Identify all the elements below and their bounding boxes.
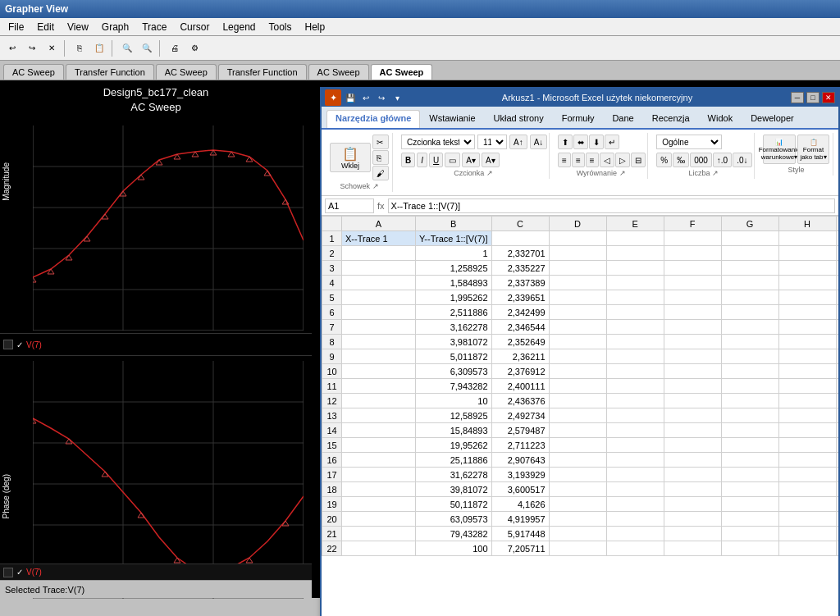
ribbon-tab-view[interactable]: Widok [699,110,742,128]
cell-b14[interactable]: 15,84893 [416,423,492,438]
decimal-decrease-btn[interactable]: .0↓ [733,153,751,167]
cell-b12[interactable]: 10 [416,394,492,408]
cell-d10[interactable] [549,364,606,379]
cell-e9[interactable] [606,349,664,364]
cell-g22[interactable] [721,541,778,556]
cell-b15[interactable]: 19,95262 [416,438,492,453]
align-center-btn[interactable]: ≡ [572,153,585,167]
cell-d7[interactable] [549,320,606,335]
cell-i6[interactable] [836,305,838,320]
ribbon-tab-formulas[interactable]: Formuły [553,110,604,128]
cell-f8[interactable] [664,335,721,349]
number-format-select[interactable]: Ogólne [656,135,722,149]
cell-f3[interactable] [664,261,721,276]
copy-btn[interactable]: ⎘ [372,150,389,165]
cell-g2[interactable] [721,246,778,261]
cell-i21[interactable] [836,527,838,541]
cell-i18[interactable] [836,482,838,497]
menu-help[interactable]: Help [300,20,331,34]
toolbar-zoom-out[interactable]: 🔍 [138,39,156,57]
cell-a14[interactable] [342,423,416,438]
cell-h20[interactable] [778,512,836,527]
cell-b1[interactable]: Y--Trace 1::[V(7)] [416,231,492,246]
formula-function-icon[interactable]: fx [377,201,385,211]
cell-d20[interactable] [549,512,606,527]
decrease-font-btn[interactable]: A↓ [530,135,548,149]
cell-a1[interactable]: X--Trace 1 [342,231,416,246]
tab-transfer-function-1[interactable]: Transfer Function [66,64,154,80]
ribbon-tab-data[interactable]: Dane [603,110,642,128]
format-painter-btn[interactable]: 🖌 [372,166,389,180]
cell-a19[interactable] [342,497,416,512]
cell-b5[interactable]: 1,995262 [416,290,492,305]
cell-d12[interactable] [549,394,606,408]
cell-a20[interactable] [342,512,416,527]
cell-a17[interactable] [342,468,416,482]
cell-a12[interactable] [342,394,416,408]
merge-btn[interactable]: ⊟ [631,153,646,167]
excel-redo-btn[interactable]: ↪ [375,91,388,104]
cell-d4[interactable] [549,276,606,290]
cell-a10[interactable] [342,364,416,379]
toolbar-back[interactable]: ↩ [3,39,21,57]
cell-h6[interactable] [778,305,836,320]
indent-increase-btn[interactable]: ▷ [615,153,630,167]
conditional-format-btn[interactable]: 📊 Formatowanie warunkowe▾ [763,135,796,164]
cell-a21[interactable] [342,527,416,541]
cell-f18[interactable] [664,482,721,497]
cell-h3[interactable] [778,261,836,276]
cell-e10[interactable] [606,364,664,379]
toolbar-settings[interactable]: ⚙ [185,39,203,57]
cell-f19[interactable] [664,497,721,512]
cell-b17[interactable]: 31,62278 [416,468,492,482]
cell-b4[interactable]: 1,584893 [416,276,492,290]
cell-h10[interactable] [778,364,836,379]
cell-g21[interactable] [721,527,778,541]
cell-g17[interactable] [721,468,778,482]
cell-e2[interactable] [606,246,664,261]
cell-i19[interactable] [836,497,838,512]
cell-h19[interactable] [778,497,836,512]
cell-d11[interactable] [549,379,606,394]
underline-btn[interactable]: U [429,153,443,167]
cell-e15[interactable] [606,438,664,453]
cell-e5[interactable] [606,290,664,305]
cell-c20[interactable]: 4,919957 [491,512,549,527]
cell-a4[interactable] [342,276,416,290]
cell-b20[interactable]: 63,09573 [416,512,492,527]
cell-d14[interactable] [549,423,606,438]
cell-b8[interactable]: 3,981072 [416,335,492,349]
cell-e7[interactable] [606,320,664,335]
cell-h12[interactable] [778,394,836,408]
cell-a15[interactable] [342,438,416,453]
col-header-h[interactable]: H [778,217,836,231]
cell-f22[interactable] [664,541,721,556]
excel-dropdown-btn[interactable]: ▾ [390,91,404,104]
cell-b21[interactable]: 79,43282 [416,527,492,541]
cell-c4[interactable]: 2,337389 [491,276,549,290]
decimal-increase-btn[interactable]: ↑.0 [713,153,732,167]
cell-e21[interactable] [606,527,664,541]
cell-i12[interactable] [836,394,838,408]
cell-i5[interactable] [836,290,838,305]
cell-f10[interactable] [664,364,721,379]
toolbar-zoom-in[interactable]: 🔍 [118,39,136,57]
cell-g6[interactable] [721,305,778,320]
cell-d18[interactable] [549,482,606,497]
cell-b3[interactable]: 1,258925 [416,261,492,276]
toolbar-forward[interactable]: ↪ [23,39,41,57]
menu-legend[interactable]: Legend [217,20,260,34]
cell-h4[interactable] [778,276,836,290]
cell-d16[interactable] [549,453,606,468]
cell-a2[interactable] [342,246,416,261]
excel-undo-btn[interactable]: ↩ [359,91,372,104]
cell-b6[interactable]: 2,511886 [416,305,492,320]
cell-h5[interactable] [778,290,836,305]
cell-g15[interactable] [721,438,778,453]
cell-i17[interactable] [836,468,838,482]
cell-d2[interactable] [549,246,606,261]
menu-edit[interactable]: Edit [32,20,59,34]
cell-i4[interactable] [836,276,838,290]
cell-i11[interactable] [836,379,838,394]
cell-d9[interactable] [549,349,606,364]
